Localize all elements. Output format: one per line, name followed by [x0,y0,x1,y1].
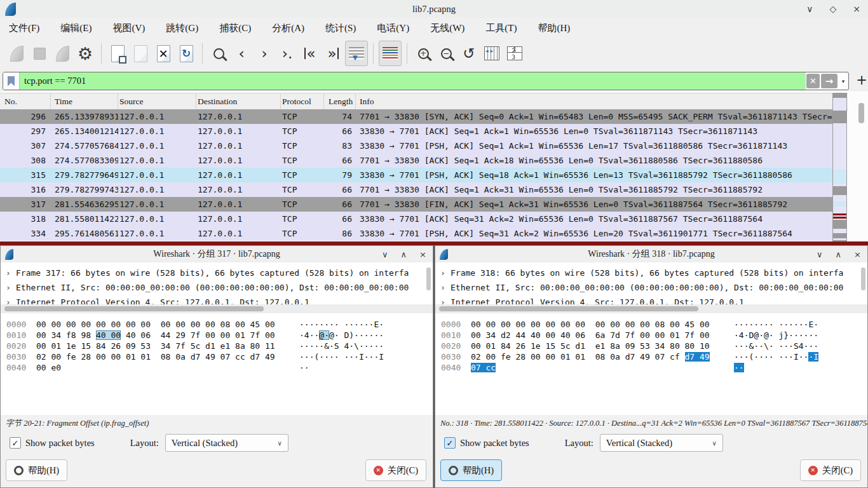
column-header-protocol[interactable]: Protocol [281,93,324,110]
help-button[interactable]: 帮助(H) [440,459,502,481]
go-back-button[interactable]: ‹ [231,41,252,65]
packet-list-scrollbar[interactable] [848,93,868,244]
expander-icon[interactable]: › [6,266,11,280]
zoom-reset-button[interactable]: ↺ [458,41,480,65]
dialog-restore-icon[interactable]: ∧ [836,250,842,259]
tree-hscrollbar-handle[interactable] [439,306,698,311]
zoom-out-button[interactable]: − [435,41,457,65]
packet-row-297[interactable]: 297265.134001214127.0.0.1127.0.0.1TCP663… [0,124,832,139]
reload-file-button[interactable] [175,41,197,65]
hex-line-0020[interactable]: 002000 01 1e 15 84 26 09 53 34 7f 5c d1 … [1,341,433,351]
expander-icon[interactable]: › [6,295,11,304]
close-icon[interactable]: × [853,4,860,14]
maximize-icon[interactable]: ◇ [829,4,836,14]
packet-row-307[interactable]: 307274.577057684127.0.0.1127.0.0.1TCP833… [0,139,832,153]
auto-scroll-button[interactable] [345,41,368,66]
show-packet-bytes-checkbox[interactable]: ✓ [10,437,21,449]
find-packet-button[interactable] [208,41,229,65]
tree-scrollbar-handle[interactable] [426,268,431,290]
layout-button[interactable] [504,41,526,65]
first-packet-button[interactable]: « [299,41,321,65]
colorize-button[interactable] [379,41,402,66]
tree-row[interactable]: ›Frame 318: 66 bytes on wire (528 bits),… [435,266,867,280]
stop-capture-button[interactable] [29,41,50,65]
filter-clear-button[interactable]: ✕ [806,74,820,88]
display-filter-bar[interactable]: tcp.port == 7701 ✕ → ▾ [3,72,849,90]
close-file-button[interactable] [153,41,174,65]
packet-list-minimap[interactable] [832,93,847,244]
tree-hscrollbar[interactable] [1,304,433,313]
menu-item-分析(A)[interactable]: 分析(A) [272,22,304,34]
hex-line-0010[interactable]: 001000 34 f8 98 40 00 40 06 44 29 7f 00 … [1,330,433,341]
column-header-destination[interactable]: Destination [196,93,281,110]
menu-item-视图(V)[interactable]: 视图(V) [113,22,146,34]
dialog-minimize-icon[interactable]: ∨ [817,250,823,259]
column-header-info[interactable]: Info [356,93,868,110]
tree-row[interactable]: ›Frame 317: 66 bytes on wire (528 bits),… [1,266,433,280]
hex-line-0020[interactable]: 002000 01 84 26 1e 15 5c d1 e1 8a 09 53 … [435,341,867,351]
tree-row[interactable]: ›Ethernet II, Src: 00:00:00_00:00:00 (00… [1,280,433,295]
hex-line-0040[interactable]: 004007 cc·· [435,362,867,373]
help-button[interactable]: 帮助(H) [6,459,67,481]
expander-icon[interactable]: › [6,280,11,295]
zoom-in-button[interactable]: + [412,41,434,65]
packet-row-296[interactable]: 296265.133978931127.0.0.1127.0.0.1TCP747… [0,109,832,124]
dialog-close-icon[interactable]: × [854,250,861,259]
hex-line-0010[interactable]: 001000 34 d2 44 40 00 40 06 6a 7d 7f 00 … [435,330,867,341]
tree-hscrollbar[interactable] [435,304,867,313]
expander-icon[interactable]: › [440,266,445,280]
hex-line-0030[interactable]: 003002 00 fe 28 00 00 01 01 08 0a d7 49 … [1,351,433,362]
filter-dropdown-caret[interactable]: ▾ [838,72,848,90]
filter-bookmark-button[interactable] [3,72,20,90]
filter-add-button[interactable]: + [854,71,868,89]
menu-item-电话(Y)[interactable]: 电话(Y) [377,22,409,34]
tree-row[interactable]: ›Internet Protocol Version 4, Src: 127.0… [435,295,867,304]
filter-apply-button[interactable]: → [821,74,837,88]
expander-icon[interactable]: › [440,295,445,304]
menu-item-工具(T)[interactable]: 工具(T) [485,22,517,34]
minimize-icon[interactable]: ∨ [806,4,813,14]
close-button[interactable]: ✕ 关闭(C) [800,459,861,481]
packet-row-316[interactable]: 316279.782799743127.0.0.1127.0.0.1TCP667… [0,182,832,197]
hex-line-0030[interactable]: 003002 00 fe 28 00 00 01 01 08 0a d7 49 … [435,351,867,362]
tree-row[interactable]: ›Internet Protocol Version 4, Src: 127.0… [1,295,433,304]
last-packet-button[interactable]: » [322,41,344,65]
tree-row[interactable]: ›Ethernet II, Src: 00:00:00_00:00:00 (00… [435,280,867,295]
dialog-close-icon[interactable]: × [419,250,426,259]
hex-line-0040[interactable]: 004000 e0·· [1,362,433,373]
go-to-packet-button[interactable]: ›. [276,41,298,65]
menu-item-统计(S)[interactable]: 统计(S) [325,22,356,34]
column-header-length[interactable]: Length [324,93,356,110]
column-header-time[interactable]: Time [51,93,118,110]
packet-row-308[interactable]: 308274.577083309127.0.0.1127.0.0.1TCP667… [0,153,832,168]
open-file-button[interactable] [107,41,128,65]
menu-item-跳转(G)[interactable]: 跳转(G) [166,22,198,34]
column-header-source[interactable]: Source [118,93,196,110]
dialog-restore-icon[interactable]: ∧ [401,250,407,259]
packet-row-334[interactable]: 334295.761480561127.0.0.1127.0.0.1TCP863… [0,226,832,241]
layout-select[interactable]: Vertical (Stacked) ∨ [165,434,288,452]
menu-item-无线(W)[interactable]: 无线(W) [430,22,465,34]
menu-item-文件(F)[interactable]: 文件(F) [9,22,39,34]
capture-options-button[interactable]: ⚙ [74,41,96,65]
show-packet-bytes-checkbox[interactable]: ✓ [444,437,456,449]
close-button[interactable]: ✕ 关闭(C) [365,459,426,481]
go-forward-button[interactable]: › [254,41,275,65]
start-capture-button[interactable] [6,41,27,65]
menu-item-编辑(E)[interactable]: 编辑(E) [60,22,92,34]
packet-list-scrollbar-handle[interactable] [858,103,864,123]
filter-input[interactable]: tcp.port == 7701 [20,72,806,90]
packet-row-318[interactable]: 318281.558011422127.0.0.1127.0.0.1TCP663… [0,212,832,226]
menu-item-帮助(H)[interactable]: 帮助(H) [538,22,570,34]
menu-item-捕获(C)[interactable]: 捕获(C) [219,22,251,34]
save-file-button[interactable] [130,41,151,65]
restart-capture-button[interactable] [51,41,73,65]
dialog-minimize-icon[interactable]: ∨ [382,250,388,259]
packet-row-317[interactable]: 317281.554636295127.0.0.1127.0.0.1TCP667… [0,197,832,212]
layout-select[interactable]: Vertical (Stacked) ∨ [600,434,723,452]
packet-row-315[interactable]: 315279.782779649127.0.0.1127.0.0.1TCP793… [0,168,832,182]
column-header-no[interactable]: No. [0,93,51,110]
tree-scrollbar-handle[interactable] [861,268,865,290]
hex-line-0000[interactable]: 000000 00 00 00 00 00 00 00 00 00 00 00 … [1,319,433,330]
hex-line-0000[interactable]: 000000 00 00 00 00 00 00 00 00 00 00 00 … [435,319,867,330]
